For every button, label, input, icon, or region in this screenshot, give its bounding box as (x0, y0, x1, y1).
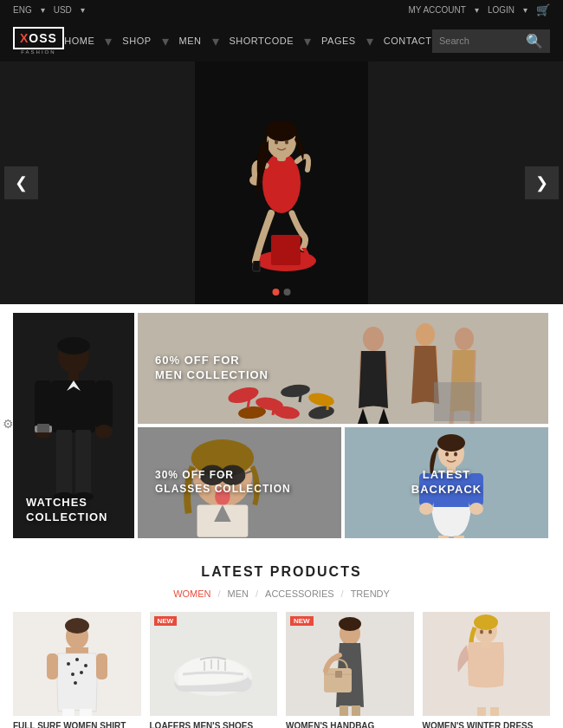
tab-trendy[interactable]: TRENDY (351, 588, 390, 599)
nav-shop[interactable]: SHOP (122, 36, 151, 46)
svg-rect-99 (482, 641, 490, 648)
logo[interactable]: XOSS FASHION (13, 27, 64, 55)
svg-rect-23 (56, 430, 72, 495)
svg-rect-95 (335, 671, 342, 678)
slider-dots (273, 289, 291, 296)
product-tabs: WOMEN / MEN / ACCESSORIES / TRENDY (13, 588, 550, 599)
slider-arrow-left[interactable]: ❮ (4, 166, 38, 199)
nav-pages[interactable]: PAGES (321, 36, 356, 46)
promo-watches-label: WATCHESCOLLECTION (26, 496, 108, 525)
svg-point-74 (84, 664, 87, 667)
product-card[interactable]: WOMEN'S WINTER DRESS ★ ★ ★ ★ ★ (1) $ 45.… (423, 612, 551, 728)
hero-image (0, 62, 563, 304)
svg-rect-92 (352, 705, 360, 716)
svg-point-70 (65, 618, 89, 634)
tab-women[interactable]: WOMEN (173, 588, 210, 599)
svg-point-98 (474, 614, 498, 630)
promo-backpack[interactable]: LATESTBACKPACK (345, 427, 548, 538)
product-name: WOMEN'S WINTER DRESS (423, 721, 551, 728)
search-box[interactable]: 🔍 (432, 29, 550, 53)
search-icon[interactable]: 🔍 (526, 33, 543, 49)
slider-dot-2[interactable] (284, 289, 291, 296)
svg-rect-17 (35, 380, 52, 428)
nav-men[interactable]: MEN (179, 36, 202, 46)
svg-point-64 (445, 452, 449, 457)
svg-rect-24 (75, 430, 91, 495)
svg-line-41 (327, 397, 328, 410)
svg-point-75 (71, 673, 74, 676)
promo-men[interactable]: 60% OFF FORMEN COLLECTION (138, 313, 548, 424)
header: XOSS FASHION HOME ▾ SHOP ▾ MEN ▾ SHORTCO… (0, 20, 563, 62)
svg-point-8 (266, 120, 297, 141)
svg-point-28 (363, 327, 384, 351)
slider-arrow-right[interactable]: ❯ (525, 166, 559, 199)
svg-point-101 (489, 630, 492, 634)
product-name: LOAFERS MEN'S SHOES (150, 721, 278, 728)
promo-glasses-label: 30% OFF FORGLASSES COLLECTION (155, 469, 291, 496)
svg-point-72 (67, 662, 70, 666)
promo-glasses[interactable]: 30% OFF FORGLASSES COLLECTION (138, 427, 341, 538)
tab-accessories[interactable]: ACCESSORIES (265, 588, 333, 599)
svg-point-73 (75, 658, 79, 661)
hero-slider: ❮ (0, 62, 563, 304)
top-bar-left: ENG ▾ USD ▾ (13, 5, 85, 15)
promo-section: WATCHESCOLLECTION (0, 304, 563, 547)
promo-backpack-label: LATESTBACKPACK (411, 468, 482, 497)
cart-icon[interactable]: 🛒 (536, 3, 550, 16)
top-bar: ENG ▾ USD ▾ MY ACCOUNT ▾ LOGIN ▾ 🛒 (0, 0, 563, 20)
my-account-link[interactable]: MY ACCOUNT (408, 5, 466, 15)
language-selector[interactable]: ENG (13, 5, 32, 15)
hero-figure (195, 62, 368, 304)
promo-watches[interactable]: WATCHESCOLLECTION (13, 313, 134, 538)
svg-rect-80 (62, 709, 74, 716)
product-name: FULL SURF WOMEN SHIRT (13, 721, 141, 728)
svg-point-90 (339, 617, 361, 631)
product-figure-shoes (161, 612, 265, 716)
tab-men[interactable]: MEN (228, 588, 249, 599)
latest-products-section: LATEST PRODUCTS WOMEN / MEN / ACCESSORIE… (0, 547, 563, 728)
svg-point-30 (455, 328, 474, 350)
svg-rect-66 (438, 536, 449, 538)
svg-line-40 (300, 389, 301, 402)
product-card[interactable]: FULL SURF WOMEN SHIRT ★ ★ ★ ★ ★ (11) $ 8… (13, 612, 141, 728)
svg-rect-18 (95, 380, 113, 428)
svg-rect-22 (37, 424, 49, 432)
svg-rect-78 (47, 653, 58, 679)
badge-new: NEW (154, 616, 178, 626)
product-figure-shirt (25, 612, 129, 716)
product-card[interactable]: NEW LOAFERS MEN (150, 612, 278, 728)
product-figure-dress (434, 612, 538, 716)
slider-dot-1[interactable] (273, 289, 280, 296)
svg-rect-91 (340, 705, 348, 716)
svg-rect-15 (52, 380, 95, 432)
svg-point-20 (95, 425, 113, 439)
search-input[interactable] (439, 36, 526, 46)
nav-contact[interactable]: CONTACT (384, 36, 432, 46)
svg-point-13 (57, 337, 90, 354)
svg-point-57 (437, 434, 465, 452)
product-image: NEW (150, 612, 278, 716)
svg-rect-79 (96, 653, 107, 679)
badge-new: NEW (290, 616, 314, 626)
top-bar-right: MY ACCOUNT ▾ LOGIN ▾ 🛒 (408, 3, 550, 16)
svg-point-29 (416, 323, 435, 346)
main-nav: HOME ▾ SHOP ▾ MEN ▾ SHORTCODE ▾ PAGES ▾ … (64, 33, 431, 49)
svg-point-65 (454, 452, 457, 457)
svg-rect-81 (80, 709, 92, 716)
svg-rect-2 (271, 235, 301, 265)
svg-rect-102 (477, 707, 486, 716)
settings-icon[interactable]: ⚙ (3, 416, 14, 432)
login-link[interactable]: LOGIN (488, 5, 514, 15)
svg-point-9 (275, 140, 278, 145)
product-image (423, 612, 551, 716)
svg-line-39 (273, 402, 275, 415)
section-title: LATEST PRODUCTS (13, 564, 550, 580)
products-grid: FULL SURF WOMEN SHIRT ★ ★ ★ ★ ★ (11) $ 8… (13, 612, 550, 728)
product-card[interactable]: NEW (286, 612, 414, 728)
product-image (13, 612, 141, 716)
nav-home[interactable]: HOME (64, 36, 94, 46)
currency-selector[interactable]: USD (54, 5, 72, 15)
nav-shortcode[interactable]: SHORTCODE (230, 36, 294, 46)
product-figure-bag (298, 612, 402, 716)
svg-rect-103 (490, 707, 499, 716)
